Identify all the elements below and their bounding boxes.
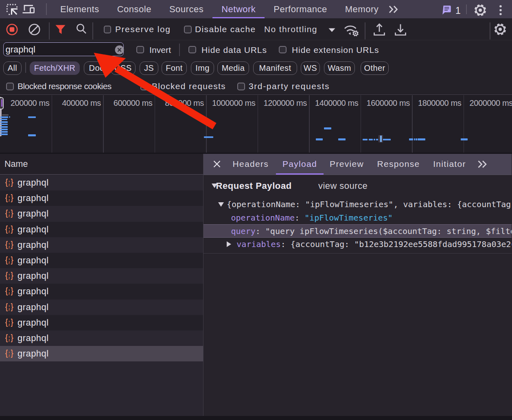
- xhr-braces-icon: {;}: [5, 177, 14, 187]
- toggle-device-toolbar-button[interactable]: [22, 2, 35, 13]
- import-har-button[interactable]: [373, 23, 385, 36]
- request-row[interactable]: {;}graphql: [0, 284, 203, 299]
- checkbox-box[interactable]: [104, 26, 112, 33]
- overview-request-bar: [369, 139, 373, 141]
- checkbox-box[interactable]: [140, 83, 148, 90]
- kebab-menu-button[interactable]: [499, 5, 502, 15]
- filter-toggle-button[interactable]: [55, 24, 66, 35]
- details-tab-headers[interactable]: Headers: [225, 154, 276, 175]
- overview-left-grip[interactable]: [0, 97, 4, 109]
- checkbox-box[interactable]: [188, 46, 196, 54]
- request-row[interactable]: {;}graphql: [0, 206, 203, 221]
- record-network-log-button[interactable]: [6, 24, 18, 35]
- settings-gear-button[interactable]: [474, 4, 487, 17]
- request-row[interactable]: {;}graphql: [0, 253, 203, 268]
- overview-request-bar: [376, 139, 378, 141]
- chip-ws[interactable]: WS: [301, 61, 320, 75]
- name-column-header[interactable]: Name: [4, 159, 28, 169]
- tab-elements[interactable]: Elements: [51, 0, 108, 18]
- search-button[interactable]: [76, 23, 87, 35]
- details-tab-preview[interactable]: Preview: [324, 154, 370, 175]
- requests-list-pane: Name {;}graphql{;}graphql{;}graphql{;}gr…: [0, 154, 203, 416]
- chip-font[interactable]: Font: [162, 61, 187, 75]
- tab-memory[interactable]: Memory: [336, 0, 387, 18]
- collapsed-triangle-icon[interactable]: [227, 241, 231, 247]
- network-overview-timeline[interactable]: 200000 ms400000 ms600000 ms800000 ms1000…: [0, 94, 512, 154]
- network-conditions-button[interactable]: [343, 23, 360, 36]
- details-tab-response[interactable]: Response: [370, 154, 427, 175]
- checkbox-box[interactable]: [279, 46, 287, 54]
- overview-request-bar: [0, 133, 8, 135]
- blocked-filters-row: Blocked response cookies Blocked request…: [0, 77, 512, 94]
- overview-gridline: [412, 95, 413, 153]
- overview-request-bar: [28, 116, 36, 118]
- toolbar-divider: [49, 22, 50, 39]
- chip-img[interactable]: Img: [191, 61, 214, 75]
- view-source-link[interactable]: view source: [318, 181, 368, 191]
- chip-media[interactable]: Media: [217, 61, 249, 75]
- json-text: {operationName: "ipFlowTimeseries", vari…: [227, 199, 512, 209]
- xhr-braces-icon: {;}: [5, 286, 14, 296]
- payload-tree-row[interactable]: query: "query ipFlowTimeseries($accountT…: [203, 224, 512, 238]
- chip-other[interactable]: Other: [361, 61, 389, 75]
- tab-sources[interactable]: Sources: [160, 0, 212, 18]
- details-tab-payload[interactable]: Payload: [276, 154, 324, 175]
- xhr-braces-icon: {;}: [5, 348, 14, 358]
- export-har-button[interactable]: [394, 23, 407, 36]
- request-row[interactable]: {;}graphql: [0, 268, 203, 284]
- chip-wasm[interactable]: Wasm: [324, 61, 355, 75]
- request-row[interactable]: {;}graphql: [0, 222, 203, 237]
- xhr-braces-icon: {;}: [5, 224, 14, 234]
- chip-all[interactable]: All: [3, 61, 22, 75]
- xhr-braces-icon: {;}: [5, 239, 14, 249]
- overview-tick-label: 600000 ms: [114, 98, 153, 108]
- details-tab-initiator[interactable]: Initiator: [427, 154, 472, 175]
- chip-doc[interactable]: Doc: [84, 61, 109, 75]
- filter-input-value[interactable]: graphql: [6, 44, 35, 55]
- xhr-braces-icon: {;}: [5, 332, 14, 343]
- chip-manifest[interactable]: Manifest: [253, 61, 297, 75]
- request-row[interactable]: {;}graphql: [0, 315, 203, 330]
- request-row[interactable]: {;}graphql: [0, 237, 203, 253]
- requests-table-header[interactable]: Name: [0, 154, 203, 175]
- filter-input[interactable]: graphql: [3, 42, 124, 56]
- overview-request-bar: [0, 131, 8, 133]
- expanded-triangle-icon[interactable]: [218, 202, 224, 207]
- tab-console[interactable]: Console: [108, 0, 160, 18]
- payload-tree-text: operationName: "ipFlowTimeseries": [231, 213, 393, 223]
- tab-performance[interactable]: Performance: [265, 0, 336, 18]
- xhr-braces-icon: {;}: [5, 208, 14, 218]
- request-row[interactable]: {;}graphql: [0, 300, 203, 315]
- overview-request-bar: [416, 138, 417, 140]
- chip-fetch-xhr[interactable]: Fetch/XHR: [30, 61, 80, 75]
- request-row[interactable]: {;}graphql: [0, 346, 203, 361]
- chip-js[interactable]: JS: [140, 61, 158, 75]
- xhr-braces-icon: {;}: [5, 302, 14, 312]
- more-tabs-button[interactable]: [388, 5, 400, 13]
- request-payload-section-header[interactable]: Request Payload view source: [203, 179, 512, 193]
- json-key: query: [231, 226, 256, 236]
- payload-tree-row[interactable]: variables: {accountTag: "b12e3b2192ee558…: [203, 238, 512, 251]
- payload-tree-row[interactable]: {operationName: "ipFlowTimeseries", vari…: [203, 198, 512, 211]
- request-row[interactable]: {;}graphql: [0, 175, 203, 190]
- request-name: graphql: [18, 286, 49, 297]
- checkbox-box[interactable]: [136, 46, 144, 54]
- checkbox-box[interactable]: [184, 26, 192, 33]
- request-name: graphql: [18, 317, 49, 328]
- clear-network-log-button[interactable]: [28, 24, 40, 35]
- issues-button[interactable]: 1: [442, 5, 461, 16]
- tab-network[interactable]: Network: [212, 0, 265, 18]
- toolbar-divider: [365, 22, 365, 39]
- inspect-element-button[interactable]: [6, 4, 18, 15]
- payload-tree-row[interactable]: operationName: "ipFlowTimeseries": [203, 211, 512, 225]
- request-row[interactable]: {;}graphql: [0, 330, 203, 346]
- checkbox-box[interactable]: [237, 83, 245, 90]
- request-name: graphql: [18, 333, 49, 343]
- details-more-tabs-button[interactable]: [476, 160, 488, 168]
- network-settings-gear-button[interactable]: [494, 23, 507, 36]
- clear-filter-button[interactable]: [115, 45, 124, 55]
- request-row[interactable]: {;}graphql: [0, 190, 203, 206]
- checkbox-box[interactable]: [6, 83, 14, 90]
- checkbox-label: Blocked requests: [152, 81, 226, 91]
- chip-css[interactable]: CSS: [111, 61, 136, 75]
